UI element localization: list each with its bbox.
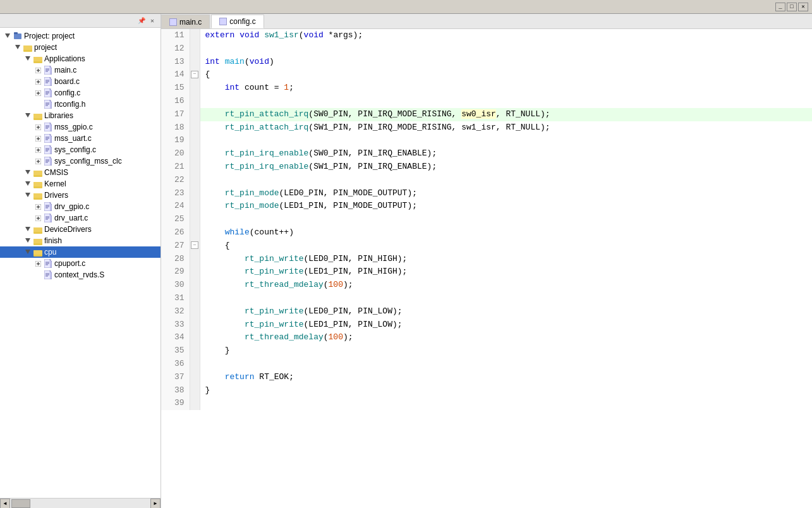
tree-item[interactable]: sys_config.c: [0, 144, 161, 155]
tree-toggle[interactable]: [33, 258, 43, 269]
code-content[interactable]: rt_pin_write(LED0_PIN, PIN_LOW);: [200, 305, 812, 318]
tree-item[interactable]: cpu: [0, 246, 161, 258]
code-content[interactable]: [200, 134, 812, 147]
tree-toggle[interactable]: [13, 42, 23, 52]
fold-marker[interactable]: −: [190, 239, 200, 253]
tree-toggle[interactable]: [33, 213, 43, 223]
svg-rect-1: [14, 33, 21, 39]
fold-minus-icon[interactable]: −: [191, 71, 198, 78]
tree-item[interactable]: Applications: [0, 53, 161, 64]
close-panel-icon[interactable]: ✕: [148, 16, 157, 25]
code-content[interactable]: [200, 292, 812, 305]
code-content[interactable]: rt_pin_write(LED1_PIN, PIN_HIGH);: [200, 265, 812, 279]
tree-toggle[interactable]: [33, 76, 43, 87]
code-content[interactable]: extern void sw1_isr(void *args);: [200, 29, 812, 42]
tree-item[interactable]: Project: project: [0, 30, 161, 42]
code-content[interactable]: int main(void): [200, 56, 812, 69]
svg-marker-68: [25, 170, 30, 174]
tree-item[interactable]: context_rvds.S: [0, 269, 161, 281]
line-number: 23: [161, 187, 190, 200]
code-content[interactable]: rt_pin_write(LED1_PIN, PIN_LOW);: [200, 318, 812, 332]
scroll-left-arrow[interactable]: ◀: [0, 499, 10, 509]
fold-marker[interactable]: −: [190, 68, 200, 82]
tree-toggle[interactable]: [33, 270, 43, 280]
tree-toggle[interactable]: [33, 88, 43, 98]
line-number: 36: [161, 358, 190, 371]
tree-item[interactable]: sys_config_mss_clc: [0, 155, 161, 167]
tree-item[interactable]: DeviceDrivers: [0, 224, 161, 235]
fold-minus-icon[interactable]: −: [191, 241, 198, 249]
tree-toggle[interactable]: [23, 54, 33, 64]
code-content[interactable]: [200, 42, 812, 56]
tree-item[interactable]: board.c: [0, 76, 161, 87]
tree-toggle[interactable]: [23, 247, 33, 257]
code-editor[interactable]: 11extern void sw1_isr(void *args);12 13i…: [161, 29, 812, 508]
tree-item[interactable]: Kernel: [0, 178, 161, 190]
code-content[interactable]: [200, 95, 812, 108]
code-content[interactable]: rt_pin_mode(LED1_PIN, PIN_MODE_OUTPUT);: [200, 200, 812, 213]
tree-toggle[interactable]: [33, 99, 43, 109]
panel-icons: 📌 ✕: [137, 16, 157, 25]
pin-icon[interactable]: 📌: [137, 16, 146, 25]
tree-item[interactable]: Libraries: [0, 110, 161, 121]
tree-item[interactable]: rtconfig.h: [0, 99, 161, 110]
tree-toggle[interactable]: [33, 156, 43, 166]
tree-toggle[interactable]: [23, 236, 33, 246]
code-content[interactable]: return RT_EOK;: [200, 371, 812, 384]
line-number: 29: [161, 265, 190, 279]
tree-item[interactable]: Drivers: [0, 190, 161, 201]
tree-toggle[interactable]: [23, 179, 33, 189]
tree-item[interactable]: config.c: [0, 87, 161, 99]
tree-item[interactable]: cpuport.c: [0, 258, 161, 269]
minimize-button[interactable]: _: [775, 3, 785, 11]
tree-toggle[interactable]: [23, 167, 33, 178]
tree-toggle[interactable]: [3, 31, 13, 41]
code-content[interactable]: {: [200, 239, 812, 253]
maximize-button[interactable]: □: [787, 3, 797, 11]
code-content[interactable]: rt_pin_irq_enable(SW1_PIN, PIN_IRQ_ENABL…: [200, 160, 812, 174]
tree-toggle[interactable]: [23, 111, 33, 121]
tree-item[interactable]: mss_gpio.c: [0, 121, 161, 133]
code-content[interactable]: [200, 397, 812, 410]
code-content[interactable]: rt_pin_write(LED0_PIN, PIN_HIGH);: [200, 253, 812, 266]
tab-main-c[interactable]: main.c: [161, 15, 210, 28]
folder-icon: [33, 54, 43, 64]
line-number: 11: [161, 29, 190, 42]
svg-marker-36: [25, 113, 30, 118]
tree-item[interactable]: finish: [0, 235, 161, 246]
code-content[interactable]: rt_pin_attach_irq(SW1_PIN, PIN_IRQ_MODE_…: [200, 121, 812, 135]
tree-item[interactable]: drv_uart.c: [0, 212, 161, 224]
scroll-thumb[interactable]: [11, 499, 30, 508]
scroll-right-arrow[interactable]: ▶: [150, 499, 161, 509]
tree-toggle[interactable]: [33, 133, 43, 143]
code-content[interactable]: rt_pin_mode(LED0_PIN, PIN_MODE_OUTPUT);: [200, 187, 812, 200]
code-line-row: 30 rt_thread_mdelay(100);: [161, 279, 812, 292]
code-content[interactable]: while(count++): [200, 226, 812, 239]
code-content[interactable]: [200, 174, 812, 187]
tree-toggle[interactable]: [23, 224, 33, 234]
code-content[interactable]: [200, 358, 812, 371]
tree-item[interactable]: project: [0, 42, 161, 53]
tree-toggle[interactable]: [33, 145, 43, 155]
code-content[interactable]: rt_pin_irq_enable(SW0_PIN, PIN_IRQ_ENABL…: [200, 147, 812, 160]
code-content[interactable]: [200, 213, 812, 226]
code-line-row: 21 rt_pin_irq_enable(SW1_PIN, PIN_IRQ_EN…: [161, 160, 812, 174]
tree-item[interactable]: drv_gpio.c: [0, 201, 161, 212]
tree-item[interactable]: CMSIS: [0, 167, 161, 178]
code-content[interactable]: }: [200, 344, 812, 358]
close-button[interactable]: ✕: [798, 3, 808, 11]
tree-item[interactable]: mss_uart.c: [0, 133, 161, 144]
tree-item[interactable]: main.c: [0, 64, 161, 76]
tab-config-c[interactable]: config.c: [211, 15, 264, 28]
tree-toggle[interactable]: [33, 65, 43, 75]
tree-toggle[interactable]: [23, 190, 33, 200]
code-content[interactable]: rt_thread_mdelay(100);: [200, 331, 812, 344]
code-content[interactable]: rt_pin_attach_irq(SW0_PIN, PIN_IRQ_MODE_…: [200, 108, 812, 121]
tree-toggle[interactable]: [33, 202, 43, 212]
code-content[interactable]: }: [200, 384, 812, 397]
code-content[interactable]: rt_thread_mdelay(100);: [200, 279, 812, 292]
code-content[interactable]: {: [200, 68, 812, 82]
tree-label: finish: [44, 236, 161, 245]
tree-toggle[interactable]: [33, 122, 43, 132]
code-content[interactable]: int count = 1;: [200, 82, 812, 95]
